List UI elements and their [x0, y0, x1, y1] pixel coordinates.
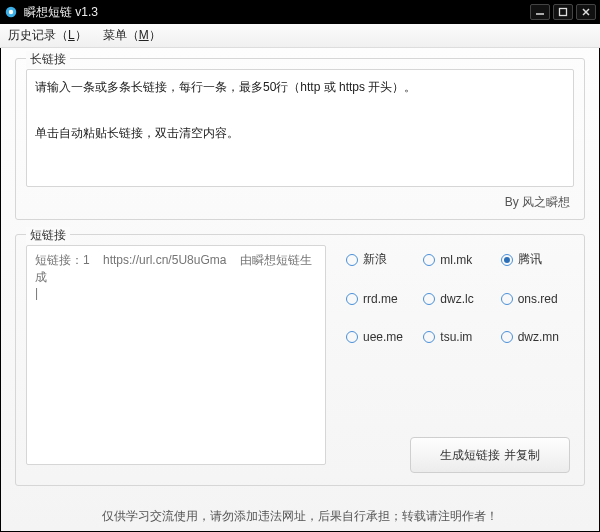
radio-circle-icon	[423, 331, 435, 343]
service-radio-label: tsu.im	[440, 330, 472, 344]
service-radio-label: ons.red	[518, 292, 558, 306]
menu-history[interactable]: 历史记录（L）	[8, 27, 87, 44]
app-window: 瞬想短链 v1.3 历史记录（L） 菜单（M） 长链接 By 风之瞬想	[0, 0, 600, 532]
menu-menu[interactable]: 菜单（M）	[103, 27, 161, 44]
titlebar[interactable]: 瞬想短链 v1.3	[0, 0, 600, 24]
service-radio-dwzlc[interactable]: dwz.lc	[423, 292, 492, 306]
long-link-group-label: 长链接	[26, 51, 70, 68]
service-radio-tx[interactable]: 腾讯	[501, 251, 570, 268]
radio-circle-icon	[346, 254, 358, 266]
menu-history-key: L	[68, 28, 75, 42]
close-button[interactable]	[576, 4, 596, 20]
service-radio-dwzmn[interactable]: dwz.mn	[501, 330, 570, 344]
long-link-textarea[interactable]	[26, 69, 574, 187]
service-radio-label: rrd.me	[363, 292, 398, 306]
long-link-group: 长链接 By 风之瞬想	[15, 58, 585, 220]
menu-menu-suffix: ）	[149, 28, 161, 42]
svg-point-1	[9, 10, 13, 14]
service-radio-label: 新浪	[363, 251, 387, 268]
service-radio-label: ml.mk	[440, 253, 472, 267]
service-radio-ueeme[interactable]: uee.me	[346, 330, 415, 344]
window-title: 瞬想短链 v1.3	[24, 4, 530, 21]
service-radio-label: 腾讯	[518, 251, 542, 268]
service-radio-onsred[interactable]: ons.red	[501, 292, 570, 306]
service-radio-grid: 新浪ml.mk腾讯rrd.medwz.lcons.reduee.metsu.im…	[346, 251, 570, 344]
menubar: 历史记录（L） 菜单（M）	[0, 24, 600, 48]
svg-rect-3	[560, 9, 567, 16]
menu-menu-key: M	[139, 28, 149, 42]
radio-circle-icon	[346, 293, 358, 305]
generate-button[interactable]: 生成短链接 并复制	[410, 437, 570, 473]
author-byline: By 风之瞬想	[26, 190, 574, 211]
window-buttons	[530, 4, 596, 20]
radio-circle-icon	[501, 331, 513, 343]
service-radio-label: dwz.lc	[440, 292, 473, 306]
service-radio-label: uee.me	[363, 330, 403, 344]
service-panel: 新浪ml.mk腾讯rrd.medwz.lcons.reduee.metsu.im…	[336, 245, 574, 477]
minimize-button[interactable]	[530, 4, 550, 20]
radio-circle-icon	[423, 293, 435, 305]
short-link-textarea[interactable]	[26, 245, 326, 465]
radio-circle-icon	[423, 254, 435, 266]
spacer	[346, 344, 570, 437]
menu-history-label: 历史记录（	[8, 28, 68, 42]
short-link-group-label: 短链接	[26, 227, 70, 244]
client-area: 长链接 By 风之瞬想 短链接 新浪ml.mk腾讯rrd.medwz.lcons…	[0, 48, 600, 532]
short-link-group: 短链接 新浪ml.mk腾讯rrd.medwz.lcons.reduee.mets…	[15, 234, 585, 486]
maximize-button[interactable]	[553, 4, 573, 20]
service-radio-mlmk[interactable]: ml.mk	[423, 251, 492, 268]
menu-menu-label: 菜单（	[103, 28, 139, 42]
radio-circle-icon	[501, 254, 513, 266]
footer-text: 仅供学习交流使用，请勿添加违法网址，后果自行承担；转载请注明作者！	[15, 500, 585, 525]
app-icon	[4, 5, 18, 19]
service-radio-label: dwz.mn	[518, 330, 559, 344]
menu-history-suffix: ）	[75, 28, 87, 42]
service-radio-sina[interactable]: 新浪	[346, 251, 415, 268]
service-radio-tsuim[interactable]: tsu.im	[423, 330, 492, 344]
service-radio-rrdme[interactable]: rrd.me	[346, 292, 415, 306]
radio-circle-icon	[346, 331, 358, 343]
radio-circle-icon	[501, 293, 513, 305]
short-link-row: 新浪ml.mk腾讯rrd.medwz.lcons.reduee.metsu.im…	[26, 245, 574, 477]
